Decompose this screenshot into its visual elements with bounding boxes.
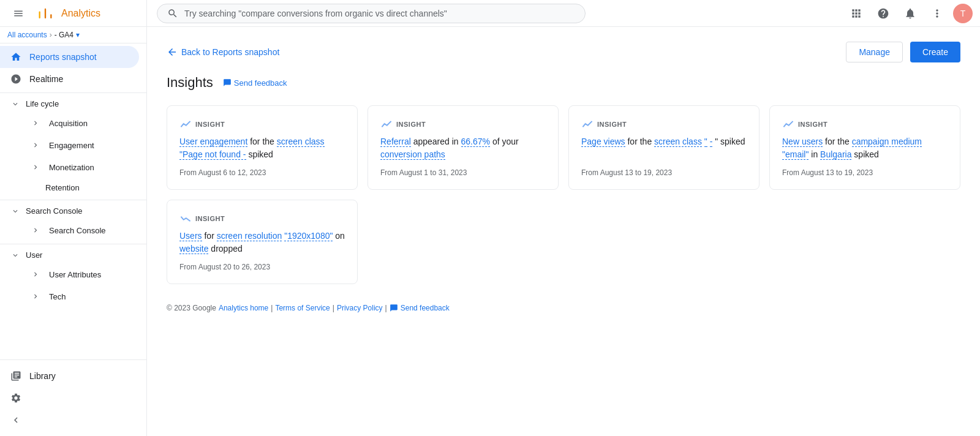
sidebar-label-search-console-section: Search Console [26,206,83,216]
insight-5-text2: for [204,231,216,241]
sidebar-section-user[interactable]: User [0,247,146,263]
sidebar-item-search-console[interactable]: Search Console [0,219,139,241]
sidebar-label-lifecycle: Life cycle [26,99,59,108]
insight-1-text1: User engagement [179,137,247,147]
insight-card-5[interactable]: INSIGHT Users for screen resolution "192… [167,200,358,284]
sidebar-item-library[interactable]: Library [0,365,139,387]
insight-card-2[interactable]: INSIGHT Referral appeared in 66.67% of y… [368,105,559,190]
sidebar-label-user-section: User [26,250,42,260]
all-accounts-link[interactable]: All accounts [7,31,47,39]
insight-4-text5: "email" [782,149,809,160]
sidebar-label-library: Library [29,371,56,381]
tech-icon [29,290,42,303]
acquisition-expand-icon [29,117,42,129]
nav-divider [0,92,146,93]
footer-privacy[interactable]: Privacy Policy [337,304,383,312]
insight-1-text2: for the [250,137,277,146]
footer-send-feedback[interactable]: Send feedback [390,304,450,312]
feedback-icon [223,78,232,87]
sidebar-collapse-button[interactable] [0,409,139,431]
home-icon [10,51,22,63]
apps-button[interactable] [845,2,867,24]
help-button[interactable] [872,2,894,24]
insight-3-text1: Page views [581,137,625,147]
main-nav: Reports snapshot Realtime Life cycle [0,43,146,310]
insight-4-text8: spiked [854,149,878,159]
insight-title-1: User engagement for the screen class "Pa… [179,135,345,161]
insight-badge-3: INSIGHT [581,118,747,130]
app-title: Analytics [61,8,100,19]
sidebar-section-lifecycle[interactable]: Life cycle [0,96,146,112]
more-options-button[interactable] [926,2,948,24]
sidebar-item-engagement[interactable]: Engagement [0,134,139,156]
breadcrumb-separator: › [50,31,52,39]
sidebar-label-monetization: Monetization [49,163,94,172]
page-header-row: Back to Reports snapshot Manage Create [167,42,960,62]
sidebar-header: Analytics [0,0,146,27]
property-dropdown-icon[interactable]: ▾ [76,31,80,39]
hamburger-menu[interactable] [7,2,29,24]
sidebar-item-monetization[interactable]: Monetization [0,156,139,178]
insight-4-text6: in [811,149,820,159]
footer-analytics-home[interactable]: Analytics home [219,304,268,312]
insight-title-2: Referral appeared in 66.67% of your conv… [380,135,546,161]
footer-send-feedback-text: Send feedback [401,304,450,312]
footer-copyright: © 2023 Google [167,304,216,312]
sidebar-label-tech: Tech [49,292,66,301]
sidebar-label-search-console-item: Search Console [49,226,106,235]
sidebar-item-tech[interactable]: Tech [0,285,139,307]
back-link[interactable]: Back to Reports snapshot [167,47,279,58]
user-avatar[interactable]: T [953,4,973,23]
insights-grid-row2: INSIGHT Users for screen resolution "192… [167,200,960,284]
sidebar-label-reports-snapshot: Reports snapshot [29,52,97,62]
sidebar-label-realtime: Realtime [29,74,63,84]
insight-date-1: From August 6 to 12, 2023 [179,168,345,177]
insight-badge-1: INSIGHT [179,118,345,130]
insight-badge-4: INSIGHT [782,118,948,130]
sidebar-item-user-attributes[interactable]: User Attributes [0,263,139,285]
insight-date-4: From August 13 to 19, 2023 [782,168,948,177]
insight-card-4[interactable]: INSIGHT New users for the campaign mediu… [769,105,960,190]
sidebar-section-search-console[interactable]: Search Console [0,203,146,219]
settings-icon [10,392,22,404]
sidebar-item-settings[interactable] [0,387,139,409]
page-header-left: Back to Reports snapshot [167,47,846,58]
footer-sep2: | [333,304,334,312]
sidebar-item-realtime[interactable]: Realtime [0,68,139,90]
insight-date-3: From August 13 to 19, 2023 [581,168,747,177]
insight-card-3[interactable]: INSIGHT Page views for the screen class … [568,105,760,190]
user-expand-icon [10,251,21,260]
manage-button[interactable]: Manage [846,42,903,62]
user-subnav: User Attributes Tech [0,263,146,307]
top-bar: T [147,0,980,27]
insight-sparkline-icon-1 [179,118,192,130]
insight-3-text7: " spiked [715,137,745,146]
create-button[interactable]: Create [910,42,960,62]
insight-sparkline-icon-2 [380,118,393,130]
back-arrow-icon [167,47,178,58]
feedback-link[interactable]: Send feedback [223,78,287,88]
lifecycle-expand-icon [10,100,21,108]
page-actions: Manage Create [846,42,960,62]
insight-5-text7: website [179,244,208,254]
sidebar-item-retention[interactable]: Retention [0,178,139,197]
insight-card-1[interactable]: INSIGHT User engagement for the screen c… [167,105,358,190]
sidebar: Analytics All accounts › - GA4 ▾ Reports… [0,0,147,436]
engagement-expand-icon [29,139,42,151]
notifications-button[interactable] [899,2,921,24]
search-input[interactable] [184,9,575,18]
feedback-text: Send feedback [234,78,287,88]
insight-sparkline-icon-4 [782,118,794,130]
insight-3-text2: for the [627,137,654,146]
search-container [157,4,586,23]
search-bar [157,4,586,23]
top-nav-icons: T [838,2,980,24]
insight-5-text3: screen resolution [217,231,282,241]
sidebar-item-acquisition[interactable]: Acquisition [0,112,139,134]
sidebar-item-reports-snapshot[interactable]: Reports snapshot [0,46,139,68]
insight-2-text4: of your [492,137,519,146]
current-property[interactable]: - GA4 [55,31,74,39]
sidebar-bottom: Library [0,359,146,436]
footer-terms[interactable]: Terms of Service [275,304,330,312]
nav-divider-2 [0,200,146,200]
